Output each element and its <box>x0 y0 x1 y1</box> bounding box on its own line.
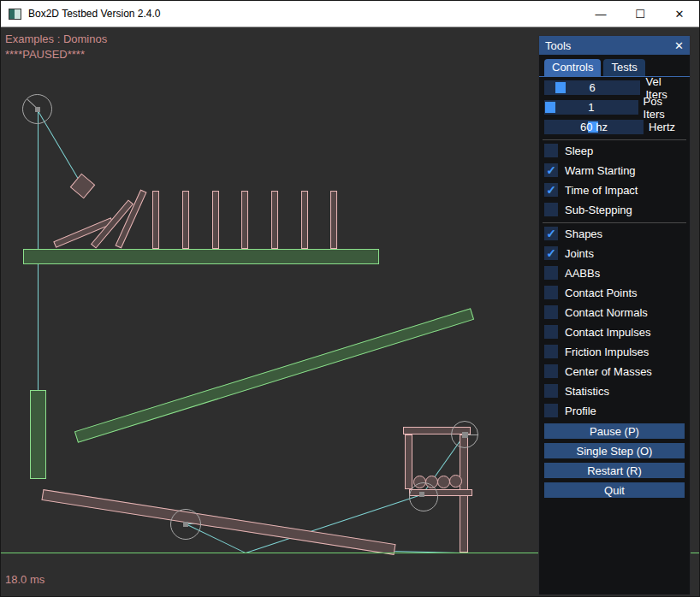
window-controls: — ☐ ✕ <box>581 1 699 27</box>
tab-bar: Controls Tests <box>544 59 690 76</box>
paused-label: ****PAUSED**** <box>5 48 85 61</box>
checkbox-profile[interactable]: Profile <box>544 404 685 417</box>
stand-bottom-wheel-circle[interactable] <box>409 482 438 511</box>
checkbox-sleep[interactable]: Sleep <box>544 144 685 157</box>
separator <box>543 139 686 140</box>
pos-iters-row: 1 Pos Iters <box>544 100 685 115</box>
tools-close-icon[interactable]: ✕ <box>674 39 684 52</box>
stand-bottom-anchor <box>419 492 424 497</box>
seesaw-plank[interactable] <box>41 489 395 555</box>
scene-canvas[interactable]: Examples : Dominos ****PAUSED**** 18.0 m… <box>1 27 699 597</box>
example-label: Examples : Dominos <box>5 33 107 45</box>
checkbox-box[interactable]: ✓ <box>544 183 558 197</box>
checkbox-label: Time of Impact <box>565 184 638 197</box>
app-icon <box>9 9 21 20</box>
pause-button[interactable]: Pause (P) <box>544 423 685 439</box>
checkbox-label: Contact Normals <box>565 306 648 319</box>
pos-iters-label: Pos Iters <box>644 95 685 121</box>
checkbox-box[interactable] <box>544 404 558 417</box>
checkbox-box[interactable] <box>544 305 558 319</box>
seesaw-anchor <box>183 522 188 527</box>
domino-7[interactable] <box>330 191 337 249</box>
checkbox-contact-normals[interactable]: Contact Normals <box>544 305 685 319</box>
stand-left-post[interactable] <box>405 434 412 489</box>
checkbox-box[interactable] <box>544 203 558 216</box>
domino-2[interactable] <box>182 191 189 249</box>
restart-button[interactable]: Restart (R) <box>544 463 685 478</box>
green-pillar <box>30 390 46 479</box>
checkbox-box[interactable]: ✓ <box>544 246 558 260</box>
checkbox-time-of-impact[interactable]: ✓ Time of Impact <box>544 183 685 197</box>
tools-panel-body: 6 Vel Iters 1 Pos Iters 60 hz <box>539 77 690 498</box>
checkbox-contact-impulses[interactable]: Contact Impulses <box>544 325 685 339</box>
checkbox-sub-stepping[interactable]: Sub-Stepping <box>544 203 685 216</box>
hertz-value: 60 hz <box>544 120 644 134</box>
swinging-box[interactable] <box>70 174 96 199</box>
vel-iters-slider[interactable]: 6 <box>544 80 640 95</box>
checkbox-box[interactable] <box>544 364 558 378</box>
tab-tests[interactable]: Tests <box>603 59 644 76</box>
checkbox-label: Statistics <box>565 385 609 398</box>
checkbox-box[interactable] <box>544 325 558 339</box>
checkbox-statistics[interactable]: Statistics <box>544 384 685 398</box>
checkbox-label: Center of Masses <box>565 365 652 378</box>
close-button[interactable]: ✕ <box>660 1 699 27</box>
domino-3[interactable] <box>212 191 219 249</box>
tools-panel: Tools ✕ Controls Tests 6 Vel Iters <box>538 35 691 595</box>
checkbox-label: Friction Impulses <box>565 346 649 358</box>
domino-5[interactable] <box>271 191 278 249</box>
checkbox-center-of-masses[interactable]: Center of Masses <box>544 364 685 378</box>
hertz-slider[interactable]: 60 hz <box>544 120 644 134</box>
domino-6[interactable] <box>301 191 308 249</box>
minimize-button[interactable]: — <box>581 1 620 27</box>
pulley-joint-line <box>38 109 39 434</box>
checkbox-box[interactable] <box>544 266 558 280</box>
checkbox-warm-starting[interactable]: ✓ Warm Starting <box>544 163 685 177</box>
hertz-label: Hertz <box>649 121 675 133</box>
quit-button[interactable]: Quit <box>544 482 685 498</box>
domino-4[interactable] <box>241 191 248 249</box>
checkbox-shapes[interactable]: ✓ Shapes <box>544 227 685 240</box>
frame-time-label: 18.0 ms <box>5 573 44 586</box>
ball-3[interactable] <box>437 476 450 488</box>
checkbox-joints[interactable]: ✓ Joints <box>544 246 685 260</box>
checkbox-label: Sleep <box>565 145 593 157</box>
tab-controls[interactable]: Controls <box>544 59 601 76</box>
pos-iters-slider[interactable]: 1 <box>544 100 638 115</box>
tools-panel-titlebar[interactable]: Tools ✕ <box>539 36 690 55</box>
checkbox-label: Contact Points <box>565 287 638 299</box>
checkbox-box[interactable] <box>544 384 558 398</box>
checkbox-label: Joints <box>565 247 594 260</box>
hertz-row: 60 hz Hertz <box>544 120 685 134</box>
domino-platform <box>23 249 379 264</box>
checkbox-label: Profile <box>565 405 596 417</box>
checkbox-friction-impulses[interactable]: Friction Impulses <box>544 345 685 358</box>
checkbox-contact-points[interactable]: Contact Points <box>544 286 685 299</box>
app-window: Box2D Testbed Version 2.4.0 — ☐ ✕ Exampl… <box>0 0 700 597</box>
checkbox-label: Contact Impulses <box>565 326 650 339</box>
checkbox-box[interactable] <box>544 286 558 299</box>
checkbox-label: Sub-Stepping <box>565 204 632 216</box>
maximize-button[interactable]: ☐ <box>620 1 660 27</box>
ball-4[interactable] <box>449 475 462 488</box>
green-ramp <box>74 308 474 443</box>
domino-1[interactable] <box>152 191 159 249</box>
checkbox-box[interactable]: ✓ <box>544 163 558 177</box>
tools-panel-title: Tools <box>545 39 674 52</box>
vel-iters-value: 6 <box>544 80 640 95</box>
vel-iters-row: 6 Vel Iters <box>544 80 685 95</box>
single-step-button[interactable]: Single Step (O) <box>544 443 685 458</box>
stand-top-anchor <box>462 432 468 438</box>
checkbox-box[interactable] <box>544 345 558 358</box>
pos-iters-value: 1 <box>544 100 638 115</box>
checkbox-label: Shapes <box>565 228 602 240</box>
checkbox-box[interactable]: ✓ <box>544 227 558 240</box>
checkbox-box[interactable] <box>544 144 558 157</box>
title-bar: Box2D Testbed Version 2.4.0 — ☐ ✕ <box>1 1 699 27</box>
window-title: Box2D Testbed Version 2.4.0 <box>28 8 161 20</box>
checkbox-aabbs[interactable]: AABBs <box>544 266 685 280</box>
separator <box>543 222 686 223</box>
pulley-anchor <box>35 107 40 112</box>
checkbox-label: Warm Starting <box>565 164 636 177</box>
checkbox-label: AABBs <box>565 267 600 280</box>
